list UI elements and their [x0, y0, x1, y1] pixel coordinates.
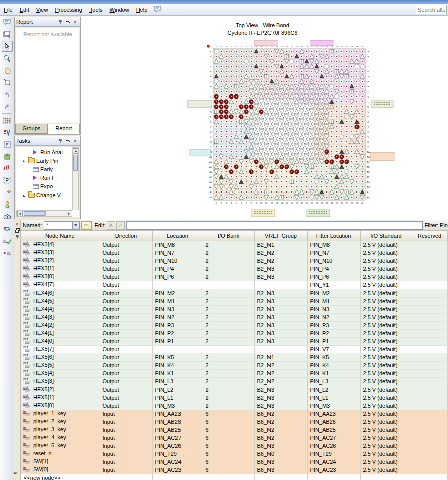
export-image-icon[interactable] [2, 29, 13, 40]
cell-io-bank[interactable]: 2 [203, 313, 254, 321]
cell-fitter-location[interactable]: PIN_M1 [307, 297, 360, 305]
cell-io-standard[interactable]: 2.5 V (default) [360, 361, 412, 369]
cell-node-name[interactable]: outHEX4[0] [21, 337, 100, 345]
cell-io-standard[interactable]: 2.5 V (default) [360, 305, 412, 313]
cell-vref-group[interactable]: B2_N2 [254, 249, 307, 257]
table-row[interactable]: outHEX5[0]OutputPIN_M32B2_N3PIN_M32.5 V … [21, 402, 447, 410]
find-icon[interactable] [2, 211, 13, 222]
cell-reserved[interactable] [412, 450, 447, 458]
cell-location[interactable]: PIN_P6 [152, 273, 203, 281]
cell-io-bank[interactable]: 2 [203, 265, 254, 273]
cell-vref-group[interactable]: B2_N3 [254, 329, 307, 337]
cell-direction[interactable]: Input [100, 450, 152, 458]
table-row[interactable]: inSW[0]InputPIN_AC236B6_N3PIN_AC232.5 V … [21, 466, 447, 474]
cell-vref-group[interactable] [254, 345, 307, 353]
table-row[interactable]: inplayer_2_keyInputPIN_AB266B6_N2PIN_AB2… [21, 418, 447, 426]
edit-value-input[interactable] [126, 221, 423, 230]
cell-direction[interactable]: Output [100, 361, 152, 369]
cell-node-name[interactable]: inplayer_1_key [21, 410, 100, 418]
cell-io-standard[interactable]: 2.5 V (default) [360, 369, 412, 377]
cell-reserved[interactable] [412, 434, 447, 442]
cell-fitter-location[interactable]: PIN_AC27 [307, 434, 360, 442]
cell-io-standard[interactable]: 2.5 V (default) [360, 249, 412, 257]
cell-vref-group[interactable]: B2_N3 [254, 297, 307, 305]
cell-location[interactable]: PIN_AB26 [152, 418, 203, 426]
task-item[interactable]: Run I [16, 174, 72, 182]
scroll-up-icon[interactable] [73, 148, 78, 154]
cell-node-name[interactable]: outHEX3[3] [21, 249, 100, 257]
cell-vref-group[interactable]: B2_N3 [254, 313, 307, 321]
cell-io-bank[interactable]: 2 [203, 394, 254, 402]
cell-reserved[interactable] [412, 361, 447, 369]
select-tool-icon[interactable] [2, 41, 13, 52]
cell-io-standard[interactable]: 2.5 V (default) [360, 434, 412, 442]
close-panel-icon[interactable]: × [72, 19, 79, 25]
cell-location[interactable]: PIN_N7 [152, 249, 203, 257]
cell-location[interactable]: PIN_AA23 [152, 410, 203, 418]
cell-io-bank[interactable]: 6 [203, 450, 254, 458]
cell-direction[interactable]: Input [100, 442, 152, 450]
cell-io-bank[interactable]: 6 [203, 410, 254, 418]
cell-empty[interactable] [152, 474, 203, 480]
cell-io-standard[interactable]: 2.5 V (default) [360, 265, 412, 273]
table-row[interactable]: outHEX4[0]OutputPIN_P12B2_N3PIN_P12.5 V … [21, 337, 447, 345]
tasks-hscrollbar[interactable] [16, 210, 72, 217]
menu-tools[interactable]: Tools [86, 6, 106, 14]
cell-location[interactable]: PIN_N2 [152, 313, 203, 321]
pin-planner-icon[interactable]: P [2, 175, 13, 186]
table-row[interactable]: inreset_nInputPIN_T296B6_N0PIN_T292.5 V … [21, 450, 447, 458]
cell-vref-group[interactable]: B2_N3 [254, 394, 307, 402]
cell-io-standard[interactable]: 2.5 V (default) [360, 289, 412, 297]
cell-io-standard[interactable]: 2.5 V (default) [360, 442, 412, 450]
cell-reserved[interactable] [412, 402, 447, 410]
table-row[interactable]: inSW[1]InputPIN_AC246B6_N3PIN_AC242.5 V … [21, 458, 447, 466]
search-input[interactable] [416, 5, 447, 14]
cell-reserved[interactable] [412, 241, 447, 249]
cell-vref-group[interactable]: B6_N3 [254, 442, 307, 450]
cell-reserved[interactable] [412, 281, 447, 289]
pin-table-header[interactable]: Node NameDirectionLocationI/O BankVREF G… [21, 231, 447, 241]
task-item[interactable]: Change V [16, 191, 72, 200]
cell-io-standard[interactable]: 2.5 V (default) [360, 466, 412, 474]
tab-groups[interactable]: Groups [15, 124, 48, 134]
cell-io-standard[interactable]: 2.5 V (default) [360, 402, 412, 410]
scroll-right-icon[interactable] [66, 211, 71, 216]
cell-io-standard[interactable]: 2.5 V (default) [360, 313, 412, 321]
cell-location[interactable]: PIN_M3 [152, 402, 203, 410]
cell-location[interactable]: PIN_P3 [152, 321, 203, 329]
table-row[interactable]: inplayer_4_keyInputPIN_AC276B6_N2PIN_AC2… [21, 434, 447, 442]
pin-migration-icon[interactable] [2, 115, 13, 126]
cell-node-name[interactable]: inplayer_5_key [21, 442, 100, 450]
cell-io-bank[interactable]: 2 [203, 273, 254, 281]
table-row[interactable]: inplayer_1_keyInputPIN_AA236B6_N2PIN_AA2… [21, 410, 447, 418]
cell-direction[interactable]: Input [100, 418, 152, 426]
table-row[interactable]: inplayer_5_keyInputPIN_AC266B6_N3PIN_AC2… [21, 442, 447, 450]
cell-reserved[interactable] [412, 394, 447, 402]
cell-io-bank[interactable]: 2 [203, 377, 254, 386]
cell-node-name[interactable]: outHEX4[5] [21, 297, 100, 305]
cell-location[interactable]: PIN_AC24 [152, 458, 203, 466]
cell-direction[interactable]: Output [100, 353, 152, 361]
table-row[interactable]: outHEX5[7]OutputPIN_V72.5 V (default) [21, 345, 447, 353]
cell-direction[interactable]: Output [100, 265, 152, 273]
table-row[interactable]: outHEX3[3]OutputPIN_N72B2_N2PIN_N72.5 V … [21, 249, 447, 257]
bank-label-left-lower[interactable] [190, 149, 211, 155]
chevron-down-icon[interactable] [72, 222, 79, 229]
task-item[interactable]: Early [16, 165, 72, 174]
table-row[interactable]: outHEX4[5]OutputPIN_M12B2_N3PIN_M12.5 V … [21, 297, 447, 305]
cell-io-standard[interactable]: 2.5 V (default) [360, 450, 412, 458]
scroll-thumb[interactable] [73, 155, 78, 171]
cell-fitter-location[interactable]: PIN_N2 [307, 313, 360, 321]
resource-icon[interactable] [2, 151, 13, 162]
close-panel-icon[interactable]: × [14, 221, 20, 227]
cell-direction[interactable]: Output [100, 313, 152, 321]
task-item[interactable]: Run Anal [16, 148, 72, 157]
cell-node-name[interactable]: outHEX5[0] [21, 402, 100, 410]
cell-node-name[interactable]: outHEX3[2] [21, 257, 100, 265]
cell-location[interactable]: PIN_K1 [152, 369, 203, 377]
cell-fitter-location[interactable]: PIN_P4 [307, 265, 360, 273]
cell-location[interactable]: PIN_L2 [152, 386, 203, 394]
float-panel-icon[interactable] [64, 138, 71, 144]
cell-io-bank[interactable]: 2 [203, 305, 254, 313]
cell-io-standard[interactable]: 2.5 V (default) [360, 281, 412, 289]
